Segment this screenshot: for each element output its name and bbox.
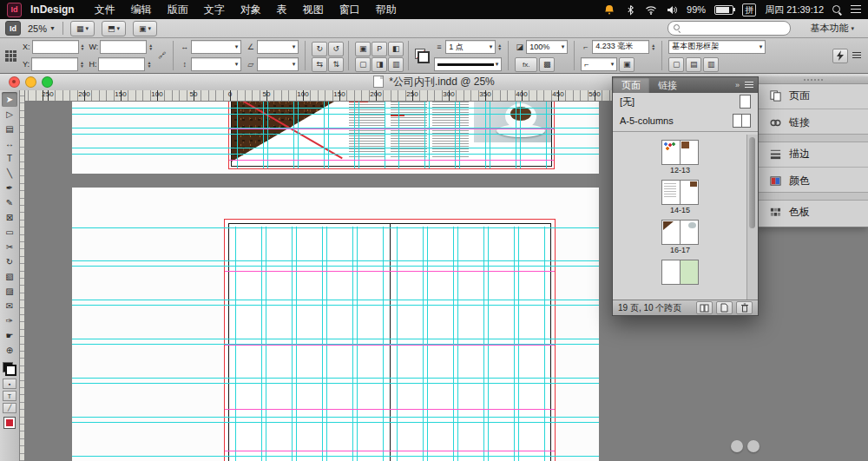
menubar-clock[interactable]: 周四 21:39:12: [765, 3, 824, 16]
dock-item-swatches[interactable]: 色板: [758, 201, 868, 223]
corner-shape-dropdown[interactable]: ⌐▾: [581, 57, 617, 71]
menubar-item-1[interactable]: 文件: [87, 3, 123, 17]
preview-screen-mode-button[interactable]: [3, 417, 16, 429]
apply-none-button[interactable]: ╱: [3, 403, 16, 413]
fit-content-button[interactable]: ▣: [619, 57, 635, 72]
notification-center-icon[interactable]: [851, 5, 861, 14]
text-column[interactable]: [391, 101, 427, 158]
menubar-item-8[interactable]: 窗口: [332, 3, 368, 17]
menubar-item-6[interactable]: 表: [269, 3, 295, 17]
paragraph-button[interactable]: P: [372, 42, 387, 56]
minimize-window-button[interactable]: [25, 76, 36, 88]
close-window-button[interactable]: [9, 76, 20, 88]
spread-thumbnail-18-19[interactable]: [661, 260, 699, 294]
type-tool[interactable]: T: [2, 151, 17, 166]
line-tool[interactable]: ╲: [2, 166, 17, 181]
free-transform-tool[interactable]: ↻: [2, 254, 17, 269]
rotate-ccw-button[interactable]: ↺: [328, 42, 344, 56]
wifi-icon[interactable]: [645, 3, 657, 16]
gap-tool[interactable]: ↔: [2, 136, 17, 151]
text-column[interactable]: [432, 101, 469, 158]
stroke-color-swatch[interactable]: [5, 365, 16, 376]
pasteboard-top[interactable]: [72, 101, 599, 174]
rectangle-frame-tool[interactable]: ⊠: [2, 210, 17, 225]
pasteboard-bottom[interactable]: [72, 188, 599, 461]
dock-item-pages[interactable]: 页面: [758, 84, 868, 107]
menubar-item-2[interactable]: 编辑: [123, 3, 160, 17]
vertical-ruler[interactable]: [19, 90, 25, 461]
flip-vertical-button[interactable]: ⇅: [328, 57, 344, 72]
object-style-dropdown[interactable]: 基本图形框架▾: [668, 40, 766, 54]
select-content-button[interactable]: ◧: [388, 42, 404, 56]
rotate-cw-button[interactable]: ↻: [312, 42, 327, 56]
apply-formatting-to-container-button[interactable]: ▪: [3, 379, 16, 389]
selection-tool[interactable]: ➤: [2, 92, 17, 107]
zoom-level-dropdown[interactable]: 25%▼: [28, 23, 56, 34]
select-previous-button[interactable]: ▢: [355, 57, 371, 72]
volume-icon[interactable]: [666, 3, 678, 16]
opacity-dropdown[interactable]: 100%▾: [526, 40, 568, 54]
hand-tool[interactable]: ☛: [2, 328, 17, 343]
tab-pages[interactable]: 页面: [613, 77, 649, 93]
shear-angle-input[interactable]: [260, 59, 290, 69]
master-a-row[interactable]: A-5-columns: [613, 112, 758, 129]
menubar-item-7[interactable]: 视图: [295, 3, 332, 17]
flip-horizontal-button[interactable]: ⇆: [312, 57, 327, 72]
apply-formatting-to-text-button[interactable]: T: [3, 391, 16, 401]
select-container-button[interactable]: ▣: [355, 42, 371, 56]
menubar-item-9[interactable]: 帮助: [368, 3, 404, 17]
workspace-switcher[interactable]: 基本功能▾: [810, 22, 854, 35]
rotation-angle-input[interactable]: [260, 42, 290, 52]
spread-bottom[interactable]: [224, 219, 556, 461]
y-position-input[interactable]: [35, 59, 75, 69]
select-next-button[interactable]: ◨: [372, 57, 387, 72]
indesign-app-icon[interactable]: Id: [7, 3, 22, 17]
note-tool[interactable]: ✉: [2, 299, 17, 313]
spread-thumbnail-12-13[interactable]: 12-13: [661, 140, 699, 175]
constrain-proportions-icon[interactable]: 🔗︎: [157, 51, 167, 60]
master-none-row[interactable]: [无]: [613, 93, 758, 110]
x-position-input[interactable]: [36, 42, 76, 52]
panel-menu-icon[interactable]: [745, 82, 753, 89]
pen-tool[interactable]: ✒: [2, 181, 17, 195]
view-options-button[interactable]: ▦▾: [70, 21, 95, 36]
spotlight-icon[interactable]: [832, 5, 842, 15]
dock-item-color[interactable]: 颜色: [758, 169, 868, 192]
dock-item-stroke[interactable]: 描边: [758, 142, 868, 165]
input-method-badge[interactable]: 拼: [742, 3, 756, 16]
zoom-window-button[interactable]: [42, 76, 53, 88]
control-panel-menu-icon[interactable]: [852, 52, 861, 59]
direct-selection-tool[interactable]: ▷: [2, 107, 17, 122]
drop-shadow-button[interactable]: ▩: [539, 57, 555, 72]
collapse-panel-icon[interactable]: »: [735, 81, 740, 89]
effects-button[interactable]: fx.: [515, 57, 537, 72]
rectangle-tool[interactable]: ▭: [2, 225, 17, 240]
reference-point-proxy[interactable]: [5, 50, 16, 62]
height-input[interactable]: [102, 59, 141, 69]
new-page-button[interactable]: [716, 301, 733, 314]
eyedropper-tool[interactable]: ✑: [2, 313, 17, 328]
wrap-object-shape-button[interactable]: ▥: [703, 57, 719, 72]
scale-y-input[interactable]: [194, 59, 233, 69]
frame-grid-button[interactable]: ▥: [388, 57, 404, 72]
scissors-tool[interactable]: ✂: [2, 240, 17, 254]
dock-item-links[interactable]: 链接: [758, 111, 868, 134]
edit-page-size-button[interactable]: [696, 301, 713, 314]
arrange-documents-button[interactable]: ▣▾: [133, 21, 157, 36]
zoom-tool[interactable]: ⊕: [2, 343, 17, 358]
bluetooth-icon[interactable]: [624, 3, 636, 16]
spread-thumbnail-16-17[interactable]: 16-17: [661, 220, 699, 254]
menubar-item-4[interactable]: 文字: [196, 3, 233, 17]
pages-scrollbar[interactable]: [746, 135, 758, 300]
fill-stroke-tool-proxy[interactable]: [3, 362, 16, 376]
wrap-bounding-box-button[interactable]: ▤: [686, 57, 701, 72]
fill-stroke-proxy[interactable]: [415, 49, 430, 63]
search-input[interactable]: [684, 23, 785, 34]
quick-apply-icon[interactable]: [832, 49, 848, 63]
wrap-none-button[interactable]: ▢: [668, 57, 684, 72]
menubar-item-3[interactable]: 版面: [160, 3, 196, 17]
spread-thumbnail-14-15[interactable]: 14-15: [661, 180, 699, 214]
notification-bell-icon[interactable]: [603, 3, 615, 16]
tab-links[interactable]: 链接: [649, 77, 686, 93]
corner-radius-field[interactable]: 4.233 毫米: [592, 40, 649, 54]
